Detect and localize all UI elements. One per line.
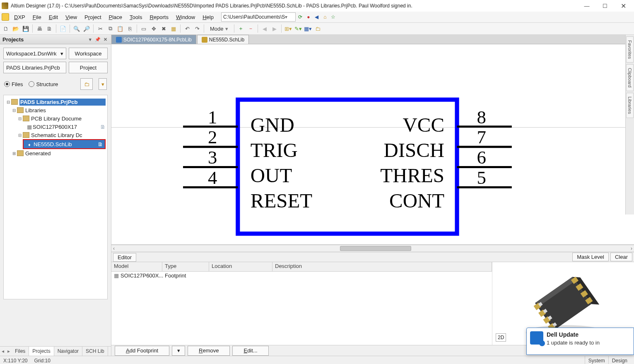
- menu-dxp[interactable]: DDXPXP: [11, 13, 29, 21]
- vtab-clipboard[interactable]: Clipboard: [626, 64, 634, 91]
- scrollbar-thumb[interactable]: [340, 246, 411, 251]
- deselect-icon[interactable]: ✖: [159, 24, 168, 33]
- nav-home-icon[interactable]: ⌂: [321, 13, 329, 21]
- horizontal-scrollbar[interactable]: ‹ ›: [111, 245, 634, 252]
- menu-project[interactable]: Project: [81, 13, 104, 21]
- menu-place[interactable]: Place: [106, 13, 126, 21]
- grid-icon[interactable]: ▦▾: [304, 24, 312, 33]
- zoom-out-icon[interactable]: 🔎: [82, 24, 91, 33]
- clear-button[interactable]: Clear: [610, 253, 632, 261]
- scroll-left-icon[interactable]: ‹: [111, 246, 116, 251]
- project-options-icon[interactable]: 🗀: [80, 78, 93, 90]
- col-location[interactable]: Location: [209, 262, 272, 271]
- files-radio[interactable]: Files: [4, 81, 23, 87]
- project-options-drop-icon[interactable]: ▾: [99, 78, 107, 90]
- nav-back-icon[interactable]: ◀: [313, 13, 321, 21]
- tree-libraries[interactable]: Libraries: [25, 107, 46, 113]
- prev-icon[interactable]: ◀: [260, 24, 269, 33]
- maximize-button[interactable]: ☐: [596, 0, 614, 12]
- remove-icon[interactable]: －: [247, 24, 255, 33]
- view-2d-badge[interactable]: 2D: [496, 333, 506, 342]
- nav-refresh-icon[interactable]: ⟳: [297, 13, 304, 21]
- vtab-favorites[interactable]: Favorites: [626, 36, 634, 63]
- project-button[interactable]: Project: [69, 62, 108, 73]
- tree-schlib-folder[interactable]: Schematic Library Dc: [31, 132, 82, 138]
- menu-window[interactable]: Window: [173, 13, 198, 21]
- remove-footprint-button[interactable]: Remove: [188, 346, 230, 356]
- bottom-tab-navigator[interactable]: Navigator: [54, 347, 82, 356]
- edit-footprint-button[interactable]: Edit...: [232, 346, 268, 356]
- dell-update-toast[interactable]: Dell Update 1 update is ready to in: [526, 328, 634, 355]
- status-design[interactable]: Design: [608, 356, 631, 364]
- scroll-left-icon[interactable]: ◂: [0, 348, 6, 354]
- add-footprint-drop-icon[interactable]: ▾: [172, 346, 185, 356]
- doc-icon[interactable]: 📄: [59, 24, 67, 33]
- scroll-right-icon[interactable]: ▸: [6, 348, 12, 354]
- nav-stop-icon[interactable]: ●: [305, 13, 312, 21]
- bottom-tab-projects[interactable]: Projects: [29, 347, 54, 356]
- workspace-button[interactable]: Workspace: [69, 48, 108, 59]
- panel-pin-icon[interactable]: 📌: [94, 36, 101, 43]
- vtab-libraries[interactable]: Libraries: [626, 93, 634, 118]
- new-icon[interactable]: 🗋: [2, 24, 10, 33]
- path-field[interactable]: C:\Users\Paul\Documents\S ▾: [221, 12, 296, 22]
- col-type[interactable]: Type: [162, 262, 209, 271]
- schematic-view[interactable]: ︽: [111, 44, 634, 245]
- print-icon[interactable]: 🖶: [35, 24, 43, 33]
- redo-icon[interactable]: ↷: [193, 24, 201, 33]
- next-icon[interactable]: ▶: [270, 24, 279, 33]
- menu-tools[interactable]: Tools: [126, 13, 145, 21]
- preview-icon[interactable]: 🗎: [45, 24, 53, 33]
- mode-dropdown[interactable]: Mode▾: [207, 24, 231, 33]
- clear-icon[interactable]: ▦: [169, 24, 178, 33]
- bottom-tab-files[interactable]: Files: [12, 347, 29, 356]
- tree-pcblib-folder[interactable]: PCB Library Docume: [31, 116, 82, 122]
- workspace-combo[interactable]: Workspace1.DsnWrk▾: [3, 48, 66, 59]
- menu-help[interactable]: Help: [199, 13, 217, 21]
- undo-icon[interactable]: ↶: [183, 24, 191, 33]
- menu-file[interactable]: File: [29, 13, 45, 21]
- place-part-icon[interactable]: ⊞▾: [284, 24, 292, 33]
- close-button[interactable]: ✕: [614, 0, 632, 12]
- tree-pcb-item[interactable]: SOIC127P600X17: [33, 124, 77, 130]
- select-icon[interactable]: ▭: [140, 24, 148, 33]
- editor-tab[interactable]: Editor: [113, 253, 136, 262]
- structure-radio[interactable]: Structure: [29, 81, 58, 87]
- zoom-in-icon[interactable]: 🔍: [72, 24, 81, 33]
- tab-pcblib[interactable]: SOIC127P600X175-8N.PcbLib: [111, 35, 196, 44]
- panel-dropdown-icon[interactable]: ▾: [87, 36, 94, 43]
- minimize-button[interactable]: —: [578, 0, 596, 12]
- table-row[interactable]: ▦SOIC127P600X... Footprint: [111, 272, 492, 281]
- col-model[interactable]: Model: [111, 262, 162, 271]
- menu-reports[interactable]: Reports: [146, 13, 172, 21]
- project-field[interactable]: PADS Libraries.PrjPcb: [3, 62, 66, 73]
- model-grid[interactable]: Model Type Location Description ▦SOIC127…: [111, 262, 492, 345]
- folder-icon[interactable]: 🗀: [314, 24, 322, 33]
- bottom-tab-schlib[interactable]: SCH Lib: [82, 347, 108, 356]
- place-wire-icon[interactable]: ✎▾: [294, 24, 302, 33]
- dxp-icon[interactable]: [2, 13, 9, 21]
- col-description[interactable]: Description: [272, 262, 492, 271]
- move-icon[interactable]: ✥: [149, 24, 158, 33]
- nav-fav-icon[interactable]: ☆: [330, 13, 337, 21]
- add-footprint-button[interactable]: Add Footprint: [115, 346, 169, 356]
- project-tree[interactable]: ⊟PADS Libraries.PrjPcb ⊟Libraries ⊟PCB L…: [3, 95, 108, 299]
- cut-icon[interactable]: ✂: [96, 24, 104, 33]
- mask-level-button[interactable]: Mask Level: [572, 253, 609, 261]
- save-icon[interactable]: 💾: [22, 24, 30, 33]
- rubber-stamp-icon[interactable]: ⎘: [126, 24, 134, 33]
- menu-view[interactable]: View: [62, 13, 80, 21]
- add-icon[interactable]: ＋: [237, 24, 245, 33]
- panel-close-icon[interactable]: ✕: [102, 36, 108, 43]
- tree-root[interactable]: PADS Libraries.PrjPcb: [19, 99, 106, 106]
- pin-7-name: DISCH: [383, 139, 444, 162]
- status-system[interactable]: System: [585, 356, 608, 364]
- open-icon[interactable]: 📂: [12, 24, 20, 33]
- tree-generated[interactable]: Generated: [25, 150, 51, 157]
- paste-icon[interactable]: 📋: [116, 24, 124, 33]
- scroll-right-icon[interactable]: ›: [629, 246, 634, 251]
- copy-icon[interactable]: ⧉: [106, 24, 114, 33]
- tree-sch-item[interactable]: NE555D.SchLib: [34, 141, 72, 147]
- tab-schlib[interactable]: NE555D.SchLib: [197, 35, 249, 44]
- menu-edit[interactable]: Edit: [46, 13, 61, 21]
